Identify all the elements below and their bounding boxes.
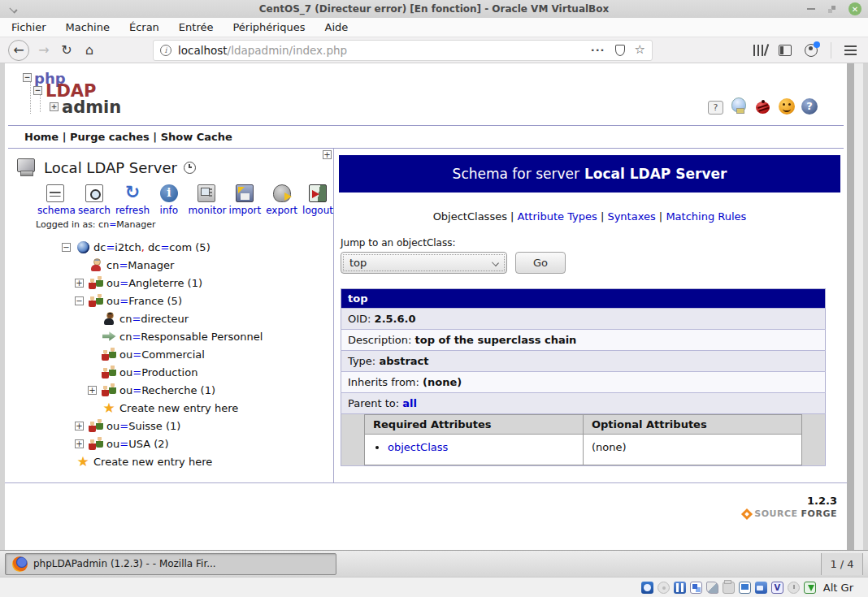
schema-nav-attribute-types[interactable]: Attribute Types xyxy=(518,210,597,223)
account-icon[interactable] xyxy=(805,44,818,57)
expand-icon[interactable]: + xyxy=(75,439,84,448)
library-icon[interactable] xyxy=(753,45,766,56)
tool-schema[interactable]: schema xyxy=(37,184,73,216)
tool-logout[interactable]: logout xyxy=(302,184,333,216)
go-button[interactable]: Go xyxy=(515,252,566,274)
schema-nav-syntaxes[interactable]: Syntaxes xyxy=(607,210,655,223)
tree-item-label: ou=France (5) xyxy=(106,295,182,307)
guest-taskbar: phpLDAPadmin (1.2.3) - - Mozilla Fir... … xyxy=(0,550,868,577)
tool-import[interactable]: import xyxy=(229,184,262,216)
workspace-pager[interactable]: 1 / 4 xyxy=(821,553,863,575)
minimize-button[interactable] xyxy=(807,8,815,10)
schema-nav: ObjectClasses | Attribute Types | Syntax… xyxy=(339,210,840,223)
page-actions-icon[interactable]: ··· xyxy=(591,44,605,56)
top-nav-home[interactable]: Home xyxy=(24,131,59,143)
expand-icon[interactable]: + xyxy=(88,386,97,395)
schema-nav-matching-rules[interactable]: Matching Rules xyxy=(666,210,746,223)
attribute-link-objectclass[interactable]: objectClass xyxy=(388,441,448,453)
vbox-menu-aide[interactable]: Aide xyxy=(325,21,349,33)
scrollbar-thumb[interactable] xyxy=(847,63,854,550)
tree-item-label: cn=Manager xyxy=(106,259,174,271)
vbox-menu-cran[interactable]: Écran xyxy=(129,21,159,33)
schema-value-link[interactable]: all xyxy=(402,397,417,409)
recording-status-icon[interactable] xyxy=(755,582,767,594)
folder-status-icon[interactable] xyxy=(723,582,735,594)
collapse-icon[interactable]: − xyxy=(75,296,84,305)
display-status-icon[interactable] xyxy=(739,582,751,594)
reload-button[interactable]: ↻ xyxy=(55,39,78,62)
top-nav-purge-caches[interactable]: Purge caches xyxy=(70,131,150,143)
tree-item[interactable]: ou=Production xyxy=(62,363,333,381)
expand-icon[interactable]: + xyxy=(75,279,84,288)
expander-slot: − xyxy=(62,243,75,252)
expand-icon[interactable]: + xyxy=(75,422,84,430)
collapse-icon[interactable]: − xyxy=(62,243,71,252)
site-info-icon[interactable]: i xyxy=(160,45,171,56)
mouse-status-icon[interactable] xyxy=(788,582,800,594)
back-button[interactable]: ← xyxy=(8,40,29,61)
tree-item[interactable]: cn=Manager xyxy=(62,256,333,274)
top-nav-show-cache[interactable]: Show Cache xyxy=(161,131,232,143)
tool-search[interactable]: search xyxy=(78,184,111,216)
optical-status-icon[interactable] xyxy=(658,582,670,594)
optional-attributes-header: Optional Attributes xyxy=(584,415,802,435)
export-icon xyxy=(273,184,291,202)
restore-button[interactable] xyxy=(828,6,835,13)
tree-item-label: ou=Production xyxy=(119,366,197,379)
tree-item[interactable]: cn=Responsable Personnel xyxy=(62,327,333,345)
group-glyph xyxy=(102,383,117,396)
features-status-icon[interactable]: V xyxy=(771,582,783,594)
tree-item[interactable]: Create new entry here xyxy=(62,452,333,470)
network-status-icon[interactable] xyxy=(690,582,702,594)
tree-item-label: ou=Suisse (1) xyxy=(106,420,180,432)
bug-report-icon[interactable] xyxy=(756,102,770,114)
tree-item[interactable]: +ou=USA (2) xyxy=(62,435,333,452)
sidebar-icon[interactable] xyxy=(779,45,792,56)
tree-item[interactable]: +ou=Angleterre (1) xyxy=(62,274,333,292)
top-nav: Home | Purge caches | Show Cache xyxy=(5,126,847,148)
tree-item[interactable]: +ou=Recherche (1) xyxy=(62,381,333,399)
hdd-status-icon[interactable] xyxy=(641,582,653,594)
hint-icon[interactable]: ? xyxy=(708,101,723,115)
tool-monitor[interactable]: monitor xyxy=(189,184,224,216)
taskbar-window-button[interactable]: phpLDAPadmin (1.2.3) - - Mozilla Fir... xyxy=(5,553,336,575)
close-button[interactable]: ✕ xyxy=(848,2,861,15)
tree-item[interactable]: −ou=France (5) xyxy=(62,292,333,309)
tool-info[interactable]: info xyxy=(154,184,183,216)
tree-item[interactable]: cn=directeur xyxy=(62,309,333,327)
shield-icon[interactable] xyxy=(615,45,625,56)
vbox-menu-priphriques[interactable]: Périphériques xyxy=(232,21,305,33)
star-icon xyxy=(101,401,117,414)
tree-item[interactable]: ou=Commercial xyxy=(62,345,333,363)
expander-slot: + xyxy=(75,422,88,430)
browser-scrollbar[interactable] xyxy=(847,63,863,550)
titlebar-chevron-icon[interactable] xyxy=(8,6,18,12)
audio-status-icon[interactable] xyxy=(674,582,686,594)
collapse-tree-icon[interactable]: + xyxy=(323,150,332,159)
bookmark-star-icon[interactable]: ☆ xyxy=(635,44,645,56)
keyboard-status-icon[interactable] xyxy=(804,582,816,594)
tool-refresh[interactable]: refresh xyxy=(115,184,150,216)
expander-slot: + xyxy=(75,279,88,288)
vbox-menu-entre[interactable]: Entrée xyxy=(179,21,214,33)
home-button[interactable]: ⌂ xyxy=(78,39,101,62)
usb-status-icon[interactable] xyxy=(706,582,718,594)
tool-export[interactable]: export xyxy=(266,184,297,216)
vbox-menu-fichier[interactable]: Fichier xyxy=(11,21,46,33)
tree-item[interactable]: −dc=i2tch, dc=com (5) xyxy=(62,238,333,256)
forward-button[interactable]: → xyxy=(33,39,55,62)
donate-smiley-icon[interactable] xyxy=(779,98,795,115)
tree-item[interactable]: Create new entry here xyxy=(62,399,333,417)
server-name[interactable]: Local LDAP Server xyxy=(44,159,177,176)
refresh-icon xyxy=(124,184,141,202)
star-icon xyxy=(75,455,91,468)
objectclass-select[interactable]: top xyxy=(341,252,507,274)
menu-icon[interactable] xyxy=(844,45,857,55)
help-icon[interactable]: ? xyxy=(801,98,818,115)
tree-item[interactable]: +ou=Suisse (1) xyxy=(62,417,333,435)
vbox-menu-machine[interactable]: Machine xyxy=(66,21,110,33)
url-bar[interactable]: i localhost /ldapadmin/index.php ··· ☆ xyxy=(153,40,653,61)
light-bulb-icon[interactable] xyxy=(731,97,746,112)
sourceforge-logo[interactable]: SOURCEFORGE xyxy=(5,508,847,519)
group-glyph xyxy=(89,419,104,432)
